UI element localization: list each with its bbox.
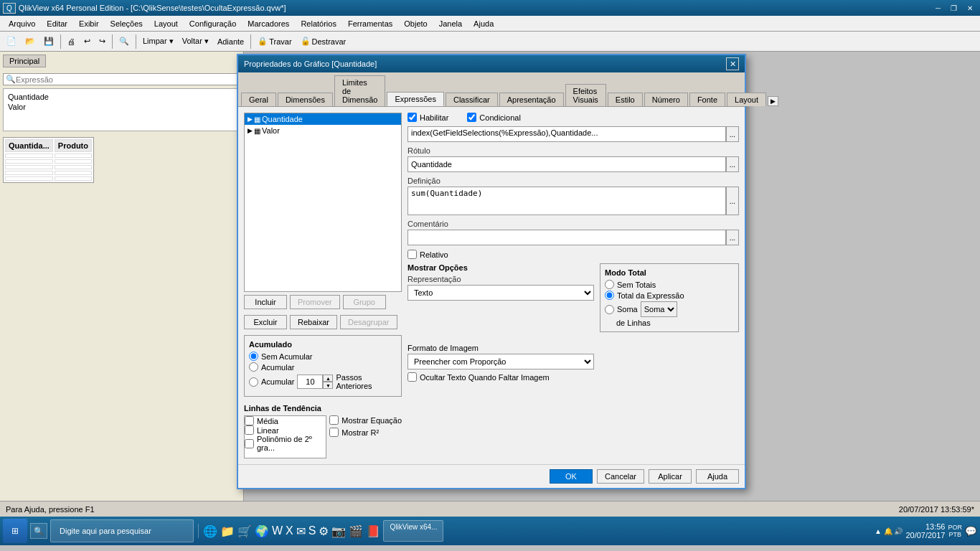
tb-search[interactable]: 🔍 [116, 34, 133, 50]
side-list-valor[interactable]: Valor [6, 102, 237, 112]
expr-item-quantidade[interactable]: ▶ ▦ Quantidade [245, 113, 401, 125]
taskbar-store[interactable]: 🛒 [237, 524, 252, 538]
taskbar-video[interactable]: 🎬 [349, 524, 363, 538]
relativo-check[interactable] [407, 250, 417, 259]
taskbar-ie[interactable]: 🌐 [203, 524, 217, 538]
condicional-expr-btn[interactable]: ... [726, 126, 739, 142]
tab-fonte[interactable]: Fonte [689, 93, 725, 106]
expression-search[interactable]: 🔍 [3, 73, 240, 85]
soma-select[interactable]: Soma [641, 301, 677, 317]
tb-limpar[interactable]: Limpar ▾ [139, 34, 177, 50]
promover-button[interactable]: Promover [290, 295, 340, 309]
menu-configuracao[interactable]: Configuração [184, 18, 242, 29]
passos-input[interactable] [297, 375, 323, 389]
tab-classificar[interactable]: Classificar [446, 93, 498, 106]
tab-efeitos[interactable]: Efeitos Visuais [565, 84, 606, 106]
tab-expressoes[interactable]: Expressões [387, 92, 443, 106]
representacao-select[interactable]: Texto Imagem Indicador [407, 285, 594, 301]
tb-open[interactable]: 📂 [22, 34, 39, 50]
menu-relatorios[interactable]: Relatórios [295, 18, 342, 29]
tab-geral[interactable]: Geral [241, 93, 276, 106]
taskbar-excel[interactable]: X [286, 524, 293, 537]
sem-totais-radio[interactable] [605, 280, 614, 289]
menu-ajuda[interactable]: Ajuda [468, 18, 499, 29]
menu-objeto[interactable]: Objeto [398, 18, 433, 29]
tb-destravar[interactable]: 🔓 Destravar [297, 34, 350, 50]
restore-button[interactable]: ❐ [946, 4, 961, 13]
tb-print[interactable]: 🖨 [64, 34, 79, 50]
close-button[interactable]: ✕ [963, 4, 977, 13]
incluir-button[interactable]: Incluir [244, 295, 287, 309]
taskbar-chrome[interactable]: 🌍 [255, 524, 269, 538]
taskbar-active-app[interactable]: QlikView x64... [383, 520, 443, 542]
aplicar-button[interactable]: Aplicar [649, 469, 692, 484]
tb-new[interactable]: 📄 [3, 34, 20, 50]
taskbar-outlook[interactable]: ✉ [296, 524, 306, 538]
definicao-textarea[interactable]: sum(Quantidade) [407, 187, 726, 215]
rotulo-btn[interactable]: ... [726, 156, 739, 172]
menu-janela[interactable]: Janela [433, 18, 468, 29]
tab-numero[interactable]: Número [644, 93, 688, 106]
title-bar-controls[interactable]: ─ ❐ ✕ [931, 4, 977, 13]
acumular-radio[interactable] [249, 362, 258, 372]
cancelar-button[interactable]: Cancelar [597, 469, 644, 484]
taskbar-acrobat[interactable]: 📕 [366, 524, 380, 538]
minimize-button[interactable]: ─ [931, 4, 945, 13]
expr-item-valor[interactable]: ▶ ▦ Valor [245, 125, 401, 136]
menu-ferramentas[interactable]: Ferramentas [342, 18, 398, 29]
comentario-btn[interactable]: ... [726, 230, 739, 245]
menu-editar[interactable]: Editar [41, 18, 73, 29]
excluir-button[interactable]: Excluir [244, 315, 287, 329]
tab-apresentacao[interactable]: Apresentação [499, 93, 564, 106]
trend-polinomio-check[interactable] [245, 439, 254, 448]
mostrar-r2-check[interactable] [329, 428, 339, 437]
trend-linear-check[interactable] [245, 425, 254, 435]
side-list-quantidade[interactable]: Quantidade [6, 92, 237, 102]
trend-media-check[interactable] [245, 416, 254, 425]
sem-acumular-radio[interactable] [249, 352, 258, 361]
desagrupar-button[interactable]: Desagrupar [340, 315, 397, 329]
tab-layout[interactable]: Layout [727, 93, 766, 106]
rotulo-input[interactable] [407, 156, 726, 172]
formato-imagem-select[interactable]: Preencher com Proporção [407, 354, 594, 369]
taskbar-word[interactable]: W [272, 524, 283, 537]
menu-exibir[interactable]: Exibir [73, 18, 105, 29]
tb-redo[interactable]: ↪ [95, 34, 109, 50]
definicao-btn[interactable]: ... [726, 187, 739, 215]
tab-estilo[interactable]: Estilo [608, 93, 643, 106]
taskbar-skype[interactable]: S [308, 524, 316, 537]
menu-selecoes[interactable]: Seleções [105, 18, 149, 29]
taskbar-explorer[interactable]: 📁 [220, 524, 235, 538]
start-button[interactable]: ⊞ [3, 519, 27, 543]
tab-nav-right[interactable]: ▶ [768, 96, 778, 106]
habilitar-check[interactable] [407, 113, 417, 122]
search-input[interactable] [16, 75, 237, 84]
taskbar-settings[interactable]: ⚙ [319, 524, 329, 538]
side-tab-principal[interactable]: Principal [3, 55, 46, 67]
total-expressao-radio[interactable] [605, 291, 614, 300]
soma-radio[interactable] [605, 305, 614, 314]
comentario-input[interactable] [407, 230, 726, 245]
ocultar-texto-check[interactable] [407, 372, 417, 382]
rebaixar-button[interactable]: Rebaixar [290, 315, 337, 329]
condicional-expr-display[interactable]: index(GetFieldSelections(%Expressão),Qua… [407, 126, 726, 142]
tb-undo[interactable]: ↩ [80, 34, 94, 50]
menu-marcadores[interactable]: Marcadores [242, 18, 295, 29]
tb-save[interactable]: 💾 [40, 34, 57, 50]
ajuda-button[interactable]: Ajuda [696, 469, 739, 484]
acumular-passos-radio[interactable] [249, 377, 258, 387]
grupo-button[interactable]: Grupo [343, 295, 386, 309]
menu-arquivo[interactable]: Arquivo [3, 18, 41, 29]
tab-dimensoes[interactable]: Dimensões [278, 93, 333, 106]
dialog-close-button[interactable]: ✕ [726, 57, 739, 70]
mostrar-equacao-check[interactable] [329, 415, 339, 425]
tb-voltar[interactable]: Voltar ▾ [179, 34, 212, 50]
tab-limites[interactable]: Limites de Dimensão [334, 75, 386, 106]
tb-travar[interactable]: 🔒 Travar [254, 34, 295, 50]
notification-button[interactable]: 💬 [965, 526, 977, 537]
menu-layout[interactable]: Layout [149, 18, 184, 29]
condicional-check[interactable] [467, 113, 476, 122]
tb-adiante[interactable]: Adiante [214, 34, 248, 50]
spinbox-up[interactable]: ▲ [323, 375, 333, 382]
ok-button[interactable]: OK [550, 469, 593, 484]
